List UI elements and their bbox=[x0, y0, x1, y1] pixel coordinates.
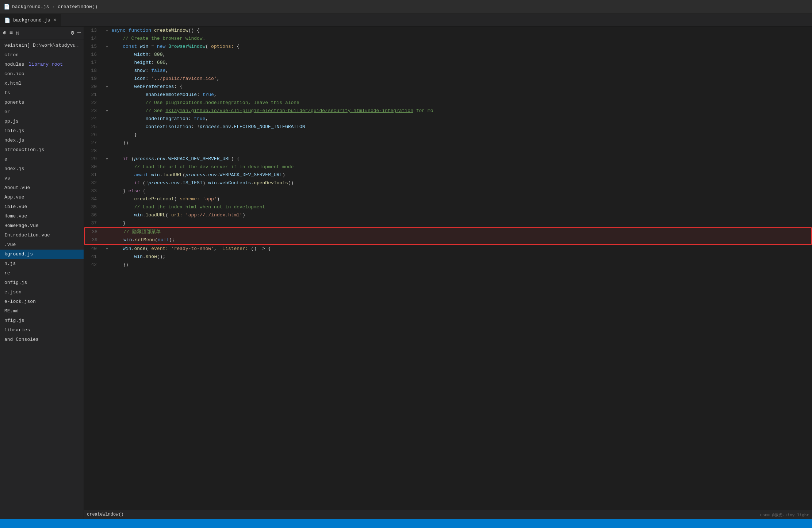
code-container[interactable]: 13▾async function createWindow() {14 // … bbox=[84, 27, 812, 510]
line-number-18: 18 bbox=[84, 67, 104, 75]
code-line-18: 18 show: false, bbox=[84, 67, 812, 75]
sidebar-item-25[interactable]: onfig.js bbox=[0, 278, 84, 288]
line-number-17: 17 bbox=[84, 59, 104, 67]
line-fold-15[interactable]: ▾ bbox=[104, 43, 110, 51]
sidebar-item-7[interactable]: er bbox=[0, 107, 84, 117]
sidebar-item-21[interactable]: .vue bbox=[0, 240, 84, 250]
function-breadcrumb-label: createWindow() bbox=[87, 512, 124, 517]
tab-background-js[interactable]: 📄 background.js × bbox=[0, 14, 61, 26]
line-number-31: 31 bbox=[84, 171, 104, 179]
file-icon: 📄 bbox=[4, 4, 10, 10]
sidebar-item-29[interactable]: nfig.js bbox=[0, 316, 84, 325]
sidebar-item-1[interactable]: ctron bbox=[0, 50, 84, 60]
sort-icon[interactable]: ⇅ bbox=[16, 29, 19, 36]
line-content-31: await win.loadURL(process.env.WEBPACK_DE… bbox=[110, 171, 812, 179]
code-line-24: 24 nodeIntegration: true, bbox=[84, 115, 812, 123]
sidebar-toolbar: ⊕ ≡ ⇅ ⚙ — bbox=[0, 27, 84, 39]
line-number-28: 28 bbox=[84, 147, 104, 155]
code-line-37: 37 } bbox=[84, 219, 812, 227]
sidebar-item-16[interactable]: App.vue bbox=[0, 193, 84, 202]
sidebar-item-19[interactable]: HomePage.vue bbox=[0, 221, 84, 231]
code-line-30: 30 // Load the url of the dev server if … bbox=[84, 163, 812, 171]
line-number-34: 34 bbox=[84, 195, 104, 203]
line-content-19: icon: '../public/favicon.ico', bbox=[110, 75, 812, 83]
sidebar-item-20[interactable]: Introduction.vue bbox=[0, 231, 84, 240]
sidebar-item-5[interactable]: ts bbox=[0, 88, 84, 98]
main-layout: ⊕ ≡ ⇅ ⚙ — veistein] D:\work\studyvue\gec… bbox=[0, 27, 812, 519]
line-fold-13[interactable]: ▾ bbox=[104, 27, 110, 35]
code-line-26: 26 } bbox=[84, 131, 812, 139]
line-content-15: const win = new BrowserWindow( options: … bbox=[110, 43, 812, 51]
line-number-30: 30 bbox=[84, 163, 104, 171]
line-content-34: createProtocol( scheme: 'app') bbox=[110, 195, 812, 203]
line-content-32: if (!process.env.IS_TEST) win.webContent… bbox=[110, 179, 812, 187]
code-line-15: 15▾ const win = new BrowserWindow( optio… bbox=[84, 43, 812, 51]
code-line-32: 32 if (!process.env.IS_TEST) win.webCont… bbox=[84, 179, 812, 187]
watermark: CSDN @微光·Tiny light bbox=[760, 512, 809, 518]
line-content-23: // See nklayman.github.io/vue-cli-plugin… bbox=[110, 107, 812, 115]
sidebar-item-11[interactable]: ntroduction.js bbox=[0, 145, 84, 155]
line-number-14: 14 bbox=[84, 35, 104, 43]
line-fold-20[interactable]: ▾ bbox=[104, 83, 110, 91]
line-number-39: 39 bbox=[85, 236, 105, 244]
code-line-35: 35 // Load the index.html when not in de… bbox=[84, 203, 812, 211]
tab-file-icon: 📄 bbox=[4, 18, 10, 23]
sidebar-item-24[interactable]: re bbox=[0, 269, 84, 278]
code-line-34: 34 createProtocol( scheme: 'app') bbox=[84, 195, 812, 203]
code-line-36: 36 win.loadURL( url: 'app://./index.html… bbox=[84, 211, 812, 219]
sidebar-item-12[interactable]: e bbox=[0, 155, 84, 164]
code-line-42: 42 }) bbox=[84, 261, 812, 269]
sidebar-item-2[interactable]: nodules library root bbox=[0, 60, 84, 69]
minimize-icon[interactable]: — bbox=[77, 30, 81, 36]
line-content-24: nodeIntegration: true, bbox=[110, 115, 812, 123]
sidebar: ⊕ ≡ ⇅ ⚙ — veistein] D:\work\studyvue\gec… bbox=[0, 27, 84, 519]
line-content-21: enableRemoteModule: true, bbox=[110, 91, 812, 99]
line-content-41: win.show(); bbox=[110, 253, 812, 261]
sidebar-item-17[interactable]: ible.vue bbox=[0, 202, 84, 212]
sidebar-item-23[interactable]: n.js bbox=[0, 259, 84, 269]
sidebar-item-0[interactable]: veistein] D:\work\studyvue\ge bbox=[0, 41, 84, 50]
line-number-19: 19 bbox=[84, 75, 104, 83]
sidebar-item-14[interactable]: vs bbox=[0, 174, 84, 183]
sidebar-item-28[interactable]: ME.md bbox=[0, 307, 84, 316]
close-tab-button[interactable]: × bbox=[53, 18, 57, 23]
sidebar-item-30[interactable]: libraries bbox=[0, 325, 84, 335]
sidebar-item-8[interactable]: pp.js bbox=[0, 117, 84, 126]
line-fold-29[interactable]: ▾ bbox=[104, 155, 110, 163]
sidebar-tree: veistein] D:\work\studyvue\gectronnodule… bbox=[0, 39, 84, 519]
sidebar-item-13[interactable]: ndex.js bbox=[0, 164, 84, 174]
sidebar-item-6[interactable]: ponents bbox=[0, 98, 84, 107]
list-icon[interactable]: ≡ bbox=[9, 30, 13, 36]
settings-icon[interactable]: ⚙ bbox=[71, 29, 74, 36]
line-number-37: 37 bbox=[84, 219, 104, 227]
sidebar-item-9[interactable]: ible.js bbox=[0, 126, 84, 136]
line-content-18: show: false, bbox=[110, 67, 812, 75]
line-number-16: 16 bbox=[84, 51, 104, 59]
status-bar bbox=[0, 519, 812, 528]
sidebar-item-22[interactable]: kground.js bbox=[0, 250, 84, 259]
line-number-32: 32 bbox=[84, 179, 104, 187]
sidebar-item-31[interactable]: and Consoles bbox=[0, 335, 84, 344]
globe-icon[interactable]: ⊕ bbox=[3, 29, 7, 36]
code-line-33: 33 } else { bbox=[84, 187, 812, 195]
line-content-16: width: 800, bbox=[110, 51, 812, 59]
sidebar-item-3[interactable]: con.ico bbox=[0, 69, 84, 79]
breadcrumb-file: background.js bbox=[12, 4, 49, 9]
sidebar-item-10[interactable]: ndex.js bbox=[0, 136, 84, 145]
line-content-27: }) bbox=[110, 139, 812, 147]
code-line-40: 40▾ win.once( event: 'ready-to-show', li… bbox=[84, 245, 812, 253]
line-number-25: 25 bbox=[84, 123, 104, 131]
line-fold-40[interactable]: ▾ bbox=[104, 245, 110, 253]
sidebar-item-27[interactable]: e-lock.json bbox=[0, 297, 84, 307]
line-number-13: 13 bbox=[84, 27, 104, 35]
sidebar-item-26[interactable]: e.json bbox=[0, 288, 84, 297]
line-number-23: 23 bbox=[84, 107, 104, 115]
line-fold-23[interactable]: ▾ bbox=[104, 107, 110, 115]
sidebar-item-4[interactable]: x.html bbox=[0, 79, 84, 88]
sidebar-item-15[interactable]: About.vue bbox=[0, 183, 84, 193]
line-number-24: 24 bbox=[84, 115, 104, 123]
line-number-35: 35 bbox=[84, 203, 104, 211]
sidebar-item-18[interactable]: Home.vue bbox=[0, 212, 84, 221]
code-line-20: 20▾ webPreferences: { bbox=[84, 83, 812, 91]
line-number-42: 42 bbox=[84, 261, 104, 269]
